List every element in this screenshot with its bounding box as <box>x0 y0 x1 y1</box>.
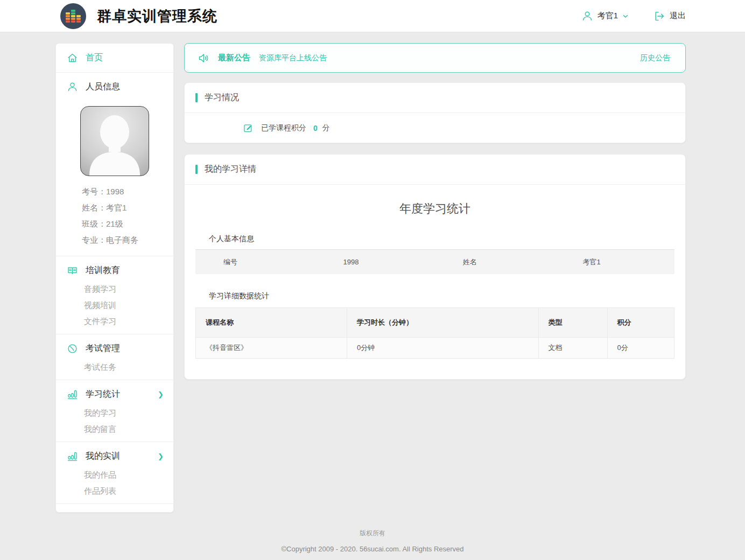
sidebar-item-audio-learning[interactable]: 音频学习 <box>56 281 173 297</box>
chevron-right-icon: ❯ <box>158 390 164 398</box>
sidebar: 首页 人员信息 考号：1998 姓名：考官1 班级：21级 专业：电 <box>55 43 174 513</box>
chevron-right-icon: ❯ <box>158 452 164 460</box>
chevron-down-icon <box>622 13 629 19</box>
page-footer: 版权所有 ©Copyright 2009 - 2020. 56sucai.com… <box>0 529 745 553</box>
cell-type: 文档 <box>538 338 607 359</box>
copyright-en: ©Copyright 2009 - 2020. 56sucai.com. All… <box>0 545 745 553</box>
score-row: 已学课程积分 0 分 <box>185 113 685 143</box>
basic-info-name-value: 考官1 <box>555 257 675 267</box>
table-row: 《抖音雷区》 0分钟 文档 0分 <box>196 338 674 359</box>
column-study-duration: 学习时长（分钟） <box>347 308 538 338</box>
home-icon <box>67 52 78 64</box>
sidebar-item-my-messages[interactable]: 我的留言 <box>56 421 173 437</box>
column-score: 积分 <box>607 308 674 338</box>
sidebar-item-works-list[interactable]: 作品列表 <box>56 483 173 499</box>
logout-icon <box>653 10 665 22</box>
annual-stats-heading: 年度学习统计 <box>195 201 674 217</box>
score-value: 0 <box>313 124 318 132</box>
sidebar-item-learning-stats[interactable]: 学习统计 ❯ <box>56 383 173 405</box>
app-logo-icon <box>60 3 86 29</box>
sidebar-group-stats: 学习统计 ❯ 我的学习 我的留言 <box>56 380 173 442</box>
profile-major: 专业：电子商务 <box>82 232 173 248</box>
profile-exam-no: 考号：1998 <box>82 184 173 200</box>
profile-class: 班级：21级 <box>82 216 173 232</box>
user-name: 考官1 <box>598 11 618 21</box>
sidebar-item-exam-management[interactable]: 考试管理 <box>56 338 173 359</box>
basic-info-label: 个人基本信息 <box>209 234 674 244</box>
study-details-header: 我的学习详情 <box>185 155 685 185</box>
sidebar-item-profile[interactable]: 人员信息 <box>56 73 173 101</box>
user-icon <box>581 10 593 22</box>
profile-info: 考号：1998 姓名：考官1 班级：21级 专业：电子商务 <box>82 184 173 248</box>
sidebar-item-home[interactable]: 首页 <box>56 44 173 72</box>
person-icon <box>67 81 78 93</box>
speaker-icon <box>198 52 210 65</box>
column-course-name: 课程名称 <box>196 308 347 338</box>
sidebar-group-exam: 考试管理 考试任务 <box>56 334 173 380</box>
sidebar-item-my-practice[interactable]: 我的实训 ❯ <box>56 445 173 467</box>
section-marker <box>195 93 198 102</box>
avatar-silhouette-icon <box>81 107 149 176</box>
study-details-title: 我的学习详情 <box>205 164 256 175</box>
detail-table-label: 学习详细数据统计 <box>209 291 674 301</box>
score-unit: 分 <box>322 123 330 133</box>
study-details-card: 我的学习详情 年度学习统计 个人基本信息 编号 1998 姓名 考官1 学习详细… <box>184 154 686 380</box>
study-status-header: 学习情况 <box>185 83 685 113</box>
logout-button[interactable]: 退出 <box>653 10 686 22</box>
cell-score: 0分 <box>607 338 674 359</box>
basic-info-table: 编号 1998 姓名 考官1 <box>195 249 674 274</box>
sidebar-item-file-learning[interactable]: 文件学习 <box>56 313 173 330</box>
app-title: 群卓实训管理系统 <box>97 6 217 26</box>
avatar <box>80 106 149 176</box>
announcement-bar: 最新公告 资源库平台上线公告 历史公告 <box>184 43 686 73</box>
bar-chart-icon <box>67 389 78 400</box>
sidebar-group-training: 培训教育 音频学习 视频培训 文件学习 <box>56 256 173 334</box>
clock-icon <box>67 343 78 354</box>
sidebar-item-exam-tasks[interactable]: 考试任务 <box>56 359 173 375</box>
sidebar-item-training[interactable]: 培训教育 <box>56 260 173 281</box>
main-content: 最新公告 资源库平台上线公告 历史公告 学习情况 已学课程积分 0 分 <box>184 43 686 390</box>
cell-course-name: 《抖音雷区》 <box>196 338 347 359</box>
sidebar-footer-space <box>56 503 173 512</box>
app-header: 群卓实训管理系统 考官1 退出 <box>0 0 745 32</box>
announcement-label: 最新公告 <box>218 53 250 63</box>
study-status-card: 学习情况 已学课程积分 0 分 <box>184 82 686 143</box>
study-details-table: 课程名称 学习时长（分钟） 类型 积分 《抖音雷区》 0分钟 文档 0分 <box>195 307 674 359</box>
copyright-cn: 版权所有 <box>0 529 745 538</box>
table-header-row: 课程名称 学习时长（分钟） 类型 积分 <box>196 308 674 338</box>
bar-chart-icon <box>67 451 78 462</box>
sidebar-group-practice: 我的实训 ❯ 我的作品 作品列表 <box>56 442 173 503</box>
sidebar-item-video-training[interactable]: 视频培训 <box>56 297 173 313</box>
basic-info-name-label: 姓名 <box>435 257 555 267</box>
edit-icon <box>243 123 254 134</box>
score-label: 已学课程积分 <box>261 123 306 133</box>
sidebar-item-my-works[interactable]: 我的作品 <box>56 467 173 483</box>
basic-info-id-value: 1998 <box>315 258 435 266</box>
announcement-link[interactable]: 资源库平台上线公告 <box>259 53 327 63</box>
profile-section: 人员信息 考号：1998 姓名：考官1 班级：21级 专业：电子商务 <box>56 72 173 256</box>
basic-info-id-label: 编号 <box>195 257 315 267</box>
sidebar-item-my-learning[interactable]: 我的学习 <box>56 405 173 421</box>
study-status-title: 学习情况 <box>205 92 239 103</box>
profile-name: 姓名：考官1 <box>82 200 173 216</box>
column-type: 类型 <box>538 308 607 338</box>
section-marker <box>195 165 198 174</box>
book-icon <box>67 265 78 276</box>
history-announcements-link[interactable]: 历史公告 <box>640 53 670 63</box>
logout-label: 退出 <box>670 11 686 21</box>
cell-study-duration: 0分钟 <box>347 338 538 359</box>
brand-link[interactable]: 群卓实训管理系统 <box>60 3 217 29</box>
user-menu[interactable]: 考官1 <box>581 10 629 22</box>
